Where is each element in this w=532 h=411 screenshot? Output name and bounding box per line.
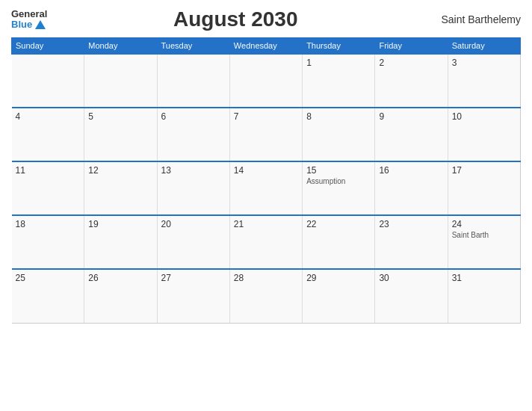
calendar-cell: 26 — [84, 269, 157, 323]
day-number: 16 — [379, 165, 443, 176]
day-number: 15 — [306, 165, 371, 176]
calendar-cell: 6 — [157, 108, 229, 161]
calendar-cell: 24Saint Barth — [448, 215, 520, 269]
calendar-cell: 31 — [448, 269, 520, 323]
day-number: 11 — [16, 165, 81, 176]
calendar-cell: 13 — [157, 161, 229, 215]
day-number: 12 — [88, 165, 152, 176]
calendar-cell: 8 — [303, 108, 375, 161]
calendar-cell: 28 — [229, 269, 302, 323]
calendar-cell: 1 — [303, 54, 375, 108]
day-number: 22 — [306, 219, 371, 229]
calendar-cell: 11 — [12, 161, 84, 215]
calendar-cell: 3 — [448, 54, 520, 108]
day-number: 8 — [306, 111, 371, 122]
calendar-cell: 10 — [448, 108, 520, 161]
day-number: 6 — [161, 111, 226, 122]
logo-triangle-icon — [35, 20, 46, 29]
calendar-week-row: 18192021222324Saint Barth — [12, 215, 521, 269]
calendar-cell: 22 — [303, 215, 375, 269]
calendar-cell: 18 — [12, 215, 84, 269]
day-number: 13 — [161, 165, 226, 176]
calendar-cell: 20 — [157, 215, 229, 269]
calendar-header: General Blue August 2030 Saint Barthelem… — [11, 7, 521, 31]
weekday-header-row: Sunday Monday Tuesday Wednesday Thursday… — [12, 38, 521, 55]
day-number: 19 — [88, 219, 152, 229]
day-number: 10 — [452, 111, 516, 122]
day-number: 25 — [16, 273, 81, 283]
logo-blue-text: Blue — [11, 19, 32, 30]
day-number: 23 — [379, 219, 443, 229]
calendar-cell: 5 — [84, 108, 157, 161]
day-number: 20 — [161, 219, 226, 229]
day-number: 26 — [88, 273, 152, 283]
calendar-week-row: 1112131415Assumption1617 — [12, 161, 521, 215]
calendar-cell: 17 — [448, 161, 520, 215]
day-number: 4 — [16, 111, 81, 122]
day-number: 2 — [379, 58, 443, 68]
day-number: 9 — [379, 111, 443, 122]
logo: General Blue — [11, 9, 47, 31]
day-number: 24 — [452, 219, 516, 229]
calendar-cell: 29 — [303, 269, 375, 323]
day-number: 28 — [234, 273, 298, 283]
calendar-cell: 21 — [229, 215, 302, 269]
calendar-week-row: 123 — [12, 54, 521, 108]
header-monday: Monday — [84, 38, 157, 55]
calendar-week-row: 25262728293031 — [12, 269, 521, 323]
day-number: 27 — [161, 273, 226, 283]
calendar-cell — [12, 54, 84, 108]
day-number: 17 — [452, 165, 516, 176]
day-event-label: Saint Barth — [452, 231, 516, 239]
calendar-cell: 12 — [84, 161, 157, 215]
day-number: 3 — [452, 58, 516, 68]
calendar-cell: 4 — [12, 108, 84, 161]
header-sunday: Sunday — [12, 38, 84, 55]
header-saturday: Saturday — [448, 38, 520, 55]
header-friday: Friday — [375, 38, 448, 55]
calendar-cell: 14 — [229, 161, 302, 215]
day-event-label: Assumption — [306, 177, 371, 185]
calendar-cell — [157, 54, 229, 108]
calendar-cell — [84, 54, 157, 108]
calendar-cell — [229, 54, 302, 108]
location-label: Saint Barthelemy — [424, 13, 521, 25]
header-thursday: Thursday — [303, 38, 375, 55]
day-number: 21 — [234, 219, 298, 229]
calendar-cell: 25 — [12, 269, 84, 323]
calendar-table: Sunday Monday Tuesday Wednesday Thursday… — [11, 37, 521, 324]
header-tuesday: Tuesday — [157, 38, 229, 55]
day-number: 5 — [88, 111, 152, 122]
calendar-week-row: 45678910 — [12, 108, 521, 161]
calendar-cell: 23 — [375, 215, 448, 269]
calendar-title: August 2030 — [47, 7, 424, 31]
day-number: 30 — [379, 273, 443, 283]
calendar-cell: 27 — [157, 269, 229, 323]
calendar-page: General Blue August 2030 Saint Barthelem… — [0, 0, 532, 411]
calendar-cell: 15Assumption — [303, 161, 375, 215]
header-wednesday: Wednesday — [229, 38, 302, 55]
logo-general-text: General — [11, 9, 47, 19]
day-number: 29 — [306, 273, 371, 283]
day-number: 18 — [16, 219, 81, 229]
day-number: 7 — [234, 111, 298, 122]
day-number: 1 — [306, 58, 371, 68]
day-number: 31 — [452, 273, 516, 283]
calendar-cell: 16 — [375, 161, 448, 215]
day-number: 14 — [234, 165, 298, 176]
calendar-cell: 7 — [229, 108, 302, 161]
calendar-cell: 30 — [375, 269, 448, 323]
calendar-cell: 2 — [375, 54, 448, 108]
calendar-cell: 9 — [375, 108, 448, 161]
calendar-cell: 19 — [84, 215, 157, 269]
